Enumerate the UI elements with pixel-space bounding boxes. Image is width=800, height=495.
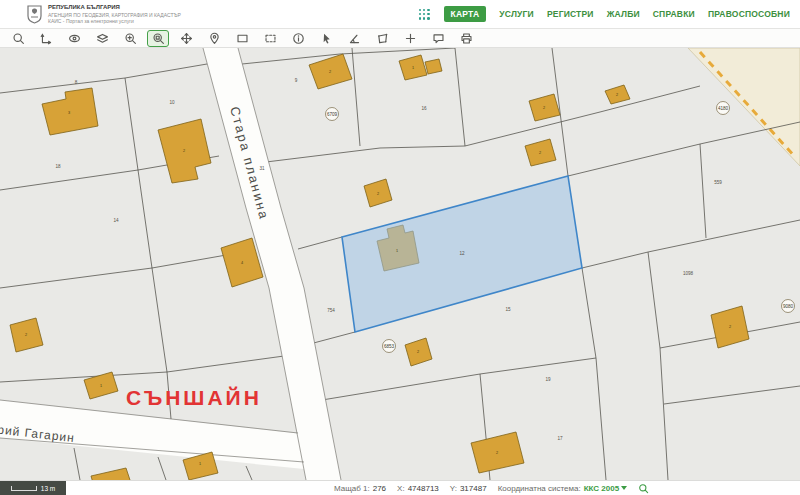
parcel-number-label: 559 [714, 180, 722, 185]
building[interactable] [425, 59, 442, 74]
measure-area-tool-button[interactable] [371, 30, 393, 47]
parcel-number-label: 31 [259, 166, 265, 171]
building-number-label: 2 [377, 192, 379, 196]
y-coordinate-value: 317487 [460, 484, 487, 493]
agency-logo: РЕПУБЛИКА БЪЛГАРИЯ АГЕНЦИЯ ПО ГЕОДЕЗИЯ, … [26, 4, 181, 24]
coordinates-tool-button[interactable] [35, 30, 57, 47]
map-point-marker[interactable]: 6853 [383, 340, 396, 353]
building-number-label: 1 [199, 462, 201, 466]
nav-item-karta[interactable]: КАРТА [444, 6, 487, 22]
zoom-in-tool-button[interactable] [119, 30, 141, 47]
watermark-label: СЪНШАЙН [126, 386, 262, 409]
building-number-label: 2 [329, 70, 331, 74]
building-number-label: 2 [543, 106, 545, 110]
crs-label: Координатна система: [498, 484, 581, 493]
map-canvas[interactable]: Стара планина Юрий Гагарин СЪНШАЙН 81018… [0, 48, 800, 480]
pan-tool-button[interactable] [175, 30, 197, 47]
measure-angle-tool-button[interactable] [343, 30, 365, 47]
portal-subtitle: КАИС - Портал за електронни услуги [48, 18, 181, 24]
building-number-label: 1 [100, 384, 102, 388]
apps-grid-icon[interactable] [419, 9, 430, 20]
street-stara-planina [203, 48, 341, 480]
parcel-number-label: 12 [459, 251, 465, 256]
rectangle-dashed-icon [264, 32, 277, 45]
x-label: X: [397, 484, 405, 493]
statusbar-search-button[interactable] [638, 483, 649, 494]
search-icon [12, 32, 25, 45]
nav-item-spravki[interactable]: СПРАВКИ [653, 9, 695, 19]
map-out-of-plan-area [688, 48, 800, 166]
layers-tool-button[interactable] [91, 30, 113, 47]
scalebar-label: 13 m [41, 485, 55, 492]
rectangle-select-tool-button[interactable] [231, 30, 253, 47]
info-tool-button[interactable] [287, 30, 309, 47]
map-area: Стара планина Юрий Гагарин СЪНШАЙН 81018… [0, 48, 800, 480]
republic-title: РЕПУБЛИКА БЪЛГАРИЯ [48, 4, 181, 12]
angle-measure-icon [348, 32, 361, 45]
scalebar-line [11, 486, 37, 491]
svg-text:6853: 6853 [384, 344, 395, 349]
parcel-number-label: 16 [421, 106, 427, 111]
main-nav: КАРТА УСЛУГИ РЕГИСТРИ ЖАЛБИ СПРАВКИ ПРАВ… [419, 6, 790, 22]
area-measure-icon [376, 32, 389, 45]
parcel-number-label: 14 [113, 218, 119, 223]
scalebar: 13 m [0, 481, 66, 495]
x-coordinate-value: 4748713 [408, 484, 439, 493]
print-tool-button[interactable] [455, 30, 477, 47]
nav-item-uslugi[interactable]: УСЛУГИ [499, 9, 534, 19]
location-pin-icon [208, 32, 221, 45]
search-icon [638, 483, 649, 494]
svg-text:6709: 6709 [327, 112, 338, 117]
nav-item-registri[interactable]: РЕГИСТРИ [547, 9, 594, 19]
pointer-select-tool-button[interactable] [315, 30, 337, 47]
parcel-number-label: 754 [327, 308, 335, 313]
parcel-number-label: 19 [545, 377, 551, 382]
parcel-number-label: 18 [55, 164, 61, 169]
comment-bubble-icon [432, 32, 445, 45]
print-icon [460, 32, 473, 45]
parcel-number-label: 1098 [683, 271, 694, 276]
building-number-label: 4 [241, 261, 243, 265]
map-point-marker[interactable]: 4180 [717, 102, 730, 115]
building-number-label: 2 [25, 333, 27, 337]
nav-item-zhalbi[interactable]: ЖАЛБИ [607, 9, 640, 19]
visibility-tool-button[interactable] [63, 30, 85, 47]
rectangle-icon [236, 32, 249, 45]
svg-text:4180: 4180 [718, 106, 729, 111]
info-icon [292, 32, 305, 45]
comment-tool-button[interactable] [427, 30, 449, 47]
coordinates-axes-icon [40, 32, 53, 45]
crosshair-plus-icon [404, 32, 417, 45]
building-number-label: 2 [616, 93, 618, 97]
map-point-marker[interactable]: 6709 [326, 108, 339, 121]
building-number-label: 2 [539, 151, 541, 155]
zoom-window-tool-button[interactable] [147, 30, 169, 47]
parcel-number-label: 17 [557, 436, 563, 441]
pan-arrows-icon [180, 32, 193, 45]
parcel-number-label: 15 [505, 307, 511, 312]
zoom-window-icon [152, 32, 165, 45]
building-number-label: 2 [183, 149, 185, 153]
eye-icon [68, 32, 81, 45]
location-marker-tool-button[interactable] [203, 30, 225, 47]
app-header: РЕПУБЛИКА БЪЛГАРИЯ АГЕНЦИЯ ПО ГЕОДЕЗИЯ, … [0, 0, 800, 29]
building[interactable] [91, 468, 133, 480]
search-tool-button[interactable] [7, 30, 29, 47]
svg-text:9080: 9080 [783, 304, 794, 309]
building-number-label: 3 [68, 111, 70, 115]
parcel-number-label: 8 [75, 80, 78, 85]
rectangle-dashed-tool-button[interactable] [259, 30, 281, 47]
nav-item-pravosposobni[interactable]: ПРАВОСПОСОБНИ [708, 9, 790, 19]
crs-dropdown[interactable]: ККС 2005 [584, 484, 627, 493]
building-number-label: 2 [496, 451, 498, 455]
map-toolbar [0, 29, 800, 48]
chevron-down-icon [621, 486, 627, 490]
zoom-in-icon [124, 32, 137, 45]
layers-icon [96, 32, 109, 45]
status-bar: 13 m Мащаб 1: 276 X: 4748713 Y: 317487 К… [0, 480, 800, 495]
cursor-arrow-icon [320, 32, 333, 45]
map-point-marker[interactable]: 9080 [782, 300, 795, 313]
building-number-label: 1 [412, 66, 414, 70]
crosshair-tool-button[interactable] [399, 30, 421, 47]
parcel-number-label: 9 [295, 78, 298, 83]
